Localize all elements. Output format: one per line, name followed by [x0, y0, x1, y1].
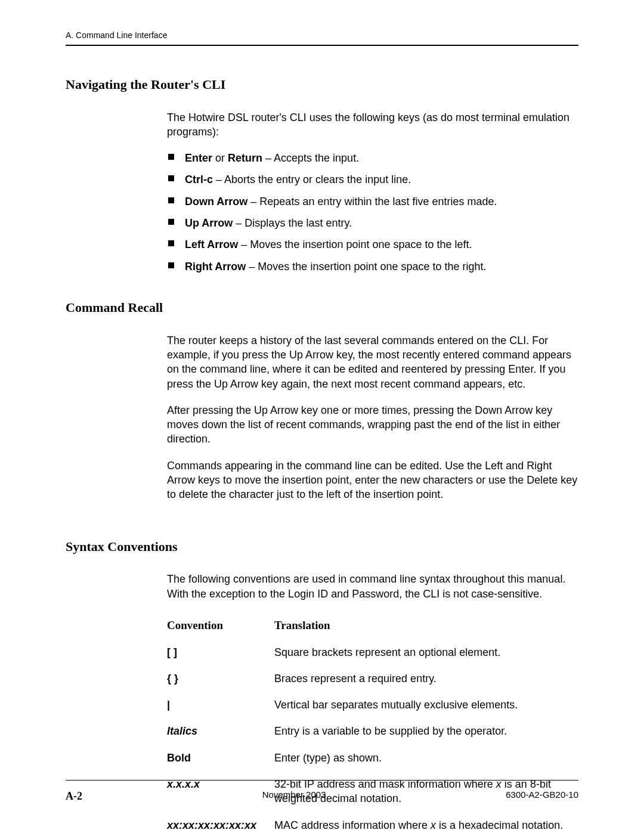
trans-cell: Square brackets represent an optional el… [274, 639, 578, 665]
key-item: Up Arrow – Displays the last entry. [167, 216, 578, 230]
conv-cell: { } [167, 665, 274, 692]
key-name-b: Return [228, 152, 262, 164]
trans-cell: Vertical bar separates mutually exclusiv… [274, 692, 578, 718]
key-desc: – Moves the insertion point one space to… [238, 239, 472, 250]
key-desc: – Displays the last entry. [233, 217, 352, 229]
table-row: { } Braces represent a required entry. [167, 665, 578, 692]
section2-p3: Commands appearing in the command line c… [167, 459, 578, 502]
section-title-command-recall: Command Recall [66, 299, 578, 317]
key-item: Right Arrow – Moves the insertion point … [167, 259, 578, 274]
key-desc: – Moves the insertion point one space to… [246, 261, 486, 272]
key-or: or [212, 152, 228, 164]
section3-intro: The following conventions are used in co… [167, 572, 578, 601]
trans-cell: Enter (type) as shown. [274, 745, 578, 771]
page: A. Command Line Interface Navigating the… [0, 0, 644, 833]
th-translation: Translation [274, 613, 578, 639]
key-name: Ctrl-c [185, 174, 213, 185]
key-item: Enter or Return – Accepts the input. [167, 151, 578, 165]
conv-cell-italics: Italics [167, 718, 274, 744]
trans-post: is a hexadecimal notation. [436, 819, 563, 831]
key-item: Left Arrow – Moves the insertion point o… [167, 237, 578, 252]
key-item: Down Arrow – Repeats an entry within the… [167, 194, 578, 209]
key-name: Left Arrow [185, 239, 238, 250]
table-head-row: Convention Translation [167, 613, 578, 639]
trans-cell: MAC address information where x is a hex… [274, 812, 578, 833]
key-desc: – Accepts the input. [262, 152, 359, 164]
key-name: Right Arrow [185, 261, 246, 272]
trans-var: x [431, 819, 436, 831]
section-title-syntax: Syntax Conventions [66, 538, 578, 556]
section2-p2: After pressing the Up Arrow key one or m… [167, 403, 578, 447]
trans-cell: Entry is a variable to be supplied by th… [274, 718, 578, 744]
th-convention: Convention [167, 613, 274, 639]
section2-body: The router keeps a history of the last s… [167, 333, 578, 502]
table-row: Bold Enter (type) as shown. [167, 745, 578, 771]
conv-cell-mac: xx:xx:xx:xx:xx:xx [167, 812, 274, 833]
header-rule [66, 45, 578, 46]
conv-cell: [ ] [167, 639, 274, 665]
footer-doc-id: 6300-A2-GB20-10 [506, 789, 578, 803]
key-desc: – Repeats an entry within the last five … [247, 196, 497, 208]
table-row: xx:xx:xx:xx:xx:xx MAC address informatio… [167, 812, 578, 833]
footer: A-2 November 2003 6300-A2-GB20-10 [66, 780, 578, 803]
footer-page-number: A-2 [66, 789, 82, 803]
key-name: Up Arrow [185, 217, 233, 229]
table-row: Italics Entry is a variable to be suppli… [167, 718, 578, 744]
section1-body: The Hotwire DSL router's CLI uses the fo… [167, 110, 578, 274]
conv-cell: | [167, 692, 274, 718]
key-name: Down Arrow [185, 196, 247, 208]
table-row: [ ] Square brackets represent an optiona… [167, 639, 578, 665]
running-header: A. Command Line Interface [66, 30, 578, 41]
trans-cell: Braces represent a required entry. [274, 665, 578, 692]
key-name: Enter [185, 152, 212, 164]
table-row: | Vertical bar separates mutually exclus… [167, 692, 578, 718]
section-title-navigating: Navigating the Router's CLI [66, 76, 578, 94]
trans-pre: MAC address information where [274, 819, 431, 831]
key-desc: – Aborts the entry or clears the input l… [213, 174, 411, 185]
conv-cell-bold: Bold [167, 745, 274, 771]
section2-p1: The router keeps a history of the last s… [167, 333, 578, 391]
key-item: Ctrl-c – Aborts the entry or clears the … [167, 172, 578, 187]
section1-intro: The Hotwire DSL router's CLI uses the fo… [167, 110, 578, 140]
key-list: Enter or Return – Accepts the input. Ctr… [167, 151, 578, 274]
footer-date: November 2003 [262, 789, 326, 803]
